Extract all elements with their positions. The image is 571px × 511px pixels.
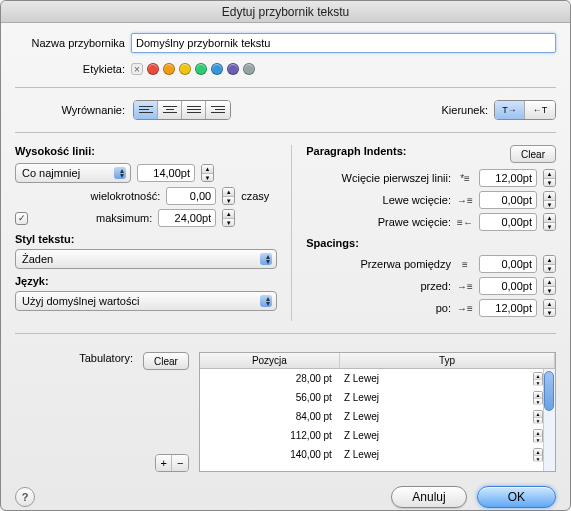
text-style-title: Styl tekstu: bbox=[15, 233, 277, 245]
label-none[interactable]: × bbox=[131, 63, 143, 75]
alignment-segmented bbox=[133, 100, 231, 120]
dialog-window: Edytuj przybornik tekstu Nazwa przyborni… bbox=[0, 0, 571, 511]
right-indent-stepper[interactable]: ▲▼ bbox=[543, 213, 556, 231]
left-indent-label: Lewe wcięcie: bbox=[306, 194, 451, 206]
max-stepper[interactable]: ▲▼ bbox=[222, 209, 235, 227]
line-height-value[interactable] bbox=[137, 164, 195, 182]
mult-stepper[interactable]: ▲▼ bbox=[222, 187, 235, 205]
tabs-remove-button[interactable]: − bbox=[172, 455, 188, 471]
tab-position: 28,00 pt bbox=[200, 373, 340, 384]
space-between-label: Przerwa pomiędzy bbox=[306, 258, 451, 270]
tabs-clear-button[interactable]: Clear bbox=[143, 352, 189, 370]
tab-type-stepper[interactable]: ▲▼ bbox=[533, 372, 543, 386]
name-label: Nazwa przybornika bbox=[15, 37, 125, 49]
mult-label: wielokrotność: bbox=[15, 190, 160, 202]
ok-button[interactable]: OK bbox=[477, 486, 556, 508]
space-between-icon: ≡ bbox=[457, 259, 473, 270]
direction-rtl-button[interactable]: ←T bbox=[525, 101, 555, 119]
tab-position: 140,00 pt bbox=[200, 449, 340, 460]
spacings-title: Spacings: bbox=[306, 237, 556, 249]
tab-position: 56,00 pt bbox=[200, 392, 340, 403]
space-before-value[interactable] bbox=[479, 277, 537, 295]
tab-type: Z Lewej bbox=[344, 411, 379, 422]
space-between-value[interactable] bbox=[479, 255, 537, 273]
tab-type: Z Lewej bbox=[344, 373, 379, 384]
tab-type-stepper[interactable]: ▲▼ bbox=[533, 410, 543, 424]
etykieta-label: Etykieta: bbox=[15, 63, 125, 75]
max-checkbox[interactable]: ✓ bbox=[15, 212, 28, 225]
tabs-body[interactable]: 28,00 ptZ Lewej▲▼56,00 ptZ Lewej▲▼84,00 … bbox=[200, 369, 555, 471]
language-value: Użyj domyślnej wartości bbox=[22, 295, 139, 307]
table-row[interactable]: 140,00 ptZ Lewej▲▼ bbox=[200, 445, 555, 464]
left-indent-stepper[interactable]: ▲▼ bbox=[543, 191, 556, 209]
first-line-stepper[interactable]: ▲▼ bbox=[543, 169, 556, 187]
alignment-label: Wyrównanie: bbox=[15, 104, 125, 116]
label-yellow[interactable] bbox=[179, 63, 191, 75]
label-blue[interactable] bbox=[211, 63, 223, 75]
label-red[interactable] bbox=[147, 63, 159, 75]
mult-value[interactable] bbox=[166, 187, 216, 205]
tabs-table: Pozycja Typ 28,00 ptZ Lewej▲▼56,00 ptZ L… bbox=[199, 352, 556, 472]
tab-type: Z Lewej bbox=[344, 430, 379, 441]
space-before-stepper[interactable]: ▲▼ bbox=[543, 277, 556, 295]
align-center-button[interactable] bbox=[158, 101, 182, 119]
label-color-swatches: × bbox=[131, 63, 255, 75]
help-button[interactable]: ? bbox=[15, 487, 35, 507]
max-value[interactable] bbox=[158, 209, 216, 227]
text-style-select[interactable]: Żaden▴▾ bbox=[15, 249, 277, 269]
cancel-button[interactable]: Anuluj bbox=[391, 486, 466, 508]
tabs-col-position: Pozycja bbox=[200, 353, 340, 368]
first-line-icon: *≡ bbox=[457, 173, 473, 184]
tabulators-label: Tabulatory: bbox=[79, 352, 133, 364]
space-after-label: po: bbox=[306, 302, 451, 314]
space-after-icon: →≡ bbox=[457, 303, 473, 314]
line-height-stepper[interactable]: ▲▼ bbox=[201, 164, 214, 182]
tab-type-stepper[interactable]: ▲▼ bbox=[533, 448, 543, 462]
table-row[interactable]: 112,00 ptZ Lewej▲▼ bbox=[200, 426, 555, 445]
left-indent-value[interactable] bbox=[479, 191, 537, 209]
tab-type: Z Lewej bbox=[344, 449, 379, 460]
align-right-button[interactable] bbox=[206, 101, 230, 119]
table-row[interactable]: 56,00 ptZ Lewej▲▼ bbox=[200, 388, 555, 407]
line-height-mode-combo[interactable]: Co najmniej▴▾ bbox=[15, 163, 131, 183]
tabs-add-remove: + − bbox=[155, 454, 189, 472]
tab-type-stepper[interactable]: ▲▼ bbox=[533, 391, 543, 405]
indents-title: Paragraph Indents: bbox=[306, 145, 502, 157]
space-between-stepper[interactable]: ▲▼ bbox=[543, 255, 556, 273]
line-height-title: Wysokość linii: bbox=[15, 145, 277, 157]
space-after-value[interactable] bbox=[479, 299, 537, 317]
label-green[interactable] bbox=[195, 63, 207, 75]
tabs-scrollbar[interactable] bbox=[543, 369, 555, 471]
align-justify-button[interactable] bbox=[182, 101, 206, 119]
name-input[interactable] bbox=[131, 33, 556, 53]
tab-type-stepper[interactable]: ▲▼ bbox=[533, 429, 543, 443]
label-purple[interactable] bbox=[227, 63, 239, 75]
label-orange[interactable] bbox=[163, 63, 175, 75]
language-select[interactable]: Użyj domyślnej wartości▴▾ bbox=[15, 291, 277, 311]
space-before-label: przed: bbox=[306, 280, 451, 292]
indents-clear-button[interactable]: Clear bbox=[510, 145, 556, 163]
line-height-mode-value: Co najmniej bbox=[22, 167, 80, 179]
left-indent-icon: →≡ bbox=[457, 195, 473, 206]
space-before-icon: →≡ bbox=[457, 281, 473, 292]
table-row[interactable]: 84,00 ptZ Lewej▲▼ bbox=[200, 407, 555, 426]
first-line-label: Wcięcie pierwszej linii: bbox=[306, 172, 451, 184]
right-indent-value[interactable] bbox=[479, 213, 537, 231]
table-row[interactable]: 28,00 ptZ Lewej▲▼ bbox=[200, 369, 555, 388]
label-gray[interactable] bbox=[243, 63, 255, 75]
direction-segmented: T→ ←T bbox=[494, 100, 556, 120]
max-label: maksimum: bbox=[34, 212, 152, 224]
tab-position: 84,00 pt bbox=[200, 411, 340, 422]
space-after-stepper[interactable]: ▲▼ bbox=[543, 299, 556, 317]
window-title: Edytuj przybornik tekstu bbox=[1, 1, 570, 23]
right-indent-icon: ≡← bbox=[457, 217, 473, 228]
right-indent-label: Prawe wcięcie: bbox=[306, 216, 451, 228]
tabs-col-type: Typ bbox=[340, 353, 555, 368]
first-line-value[interactable] bbox=[479, 169, 537, 187]
tabs-add-button[interactable]: + bbox=[156, 455, 173, 471]
mult-unit: czasy bbox=[241, 190, 277, 202]
text-style-value: Żaden bbox=[22, 253, 53, 265]
language-title: Język: bbox=[15, 275, 277, 287]
align-left-button[interactable] bbox=[134, 101, 158, 119]
direction-ltr-button[interactable]: T→ bbox=[495, 101, 525, 119]
